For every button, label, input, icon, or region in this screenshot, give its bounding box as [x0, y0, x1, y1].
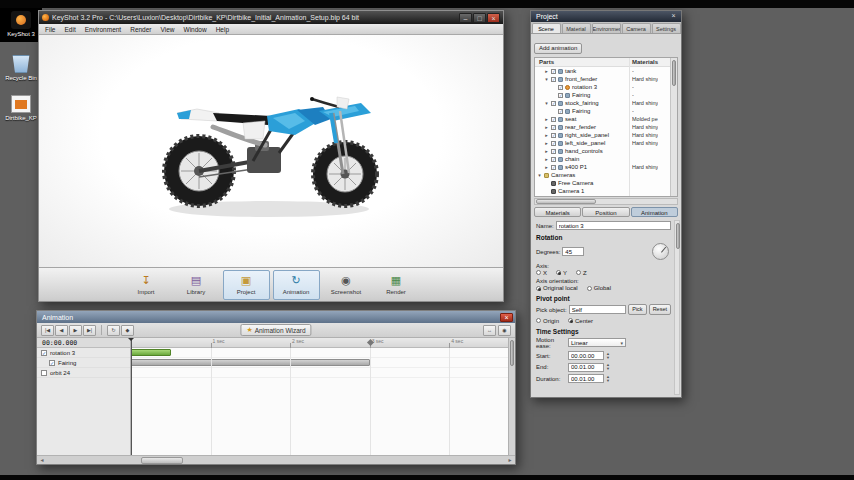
menu-render[interactable]: Render	[130, 24, 151, 35]
timeline-track-row[interactable]	[131, 348, 508, 358]
project-titlebar[interactable]: Project ×	[531, 11, 681, 22]
pivot-option-center[interactable]: Center	[568, 318, 593, 324]
viewport-3d[interactable]	[39, 35, 503, 267]
properties-scrollbar[interactable]	[674, 220, 680, 395]
tab-material[interactable]: Material	[562, 23, 591, 33]
duration-input[interactable]	[568, 374, 604, 383]
tree-row-chain[interactable]: ▸✓chain	[535, 155, 670, 163]
material-cell[interactable]: -	[632, 108, 634, 114]
spin-down-icon[interactable]: ▼	[606, 379, 610, 383]
go-to-end-button[interactable]: ▶|	[83, 325, 96, 336]
tab-camera[interactable]: Camera	[622, 23, 651, 33]
tab-environment[interactable]: Environment	[592, 23, 621, 33]
rotation-dial[interactable]	[652, 243, 669, 260]
expand-arrow-icon[interactable]: ▸	[544, 115, 549, 123]
visibility-checkbox[interactable]: ✓	[551, 133, 556, 138]
menu-file[interactable]: File	[45, 24, 55, 35]
end-time-stepper[interactable]: ▲ ▼	[606, 363, 610, 371]
expand-arrow-icon[interactable]: ▸	[544, 155, 549, 163]
material-cell[interactable]: -	[632, 68, 634, 74]
expand-arrow-icon[interactable]: ▸	[544, 123, 549, 131]
track-visibility-checkbox[interactable]: ✓	[49, 360, 55, 366]
material-cell[interactable]: Hard shiny	[632, 164, 658, 170]
visibility-checkbox[interactable]: ✓	[551, 149, 556, 154]
track-visibility-checkbox[interactable]: ✓	[41, 350, 47, 356]
animation-wizard-button[interactable]: ★ Animation Wizard	[240, 324, 311, 336]
scrollbar-handle[interactable]	[676, 223, 680, 249]
tab-settings[interactable]: Settings	[652, 23, 681, 33]
animation-close-button[interactable]: ×	[500, 313, 513, 322]
track-row-orbit-24[interactable]: orbit 24	[37, 368, 130, 378]
scrollbar-handle[interactable]	[141, 457, 183, 464]
screenshot-button[interactable]: ◉Screenshot	[323, 270, 370, 300]
scroll-right-icon[interactable]: ▸	[506, 456, 514, 464]
expand-arrow-icon[interactable]: ▸	[544, 131, 549, 139]
scroll-left-icon[interactable]: ◂	[38, 456, 46, 464]
minimize-button[interactable]: –	[459, 13, 472, 23]
tree-row-stock-fairing[interactable]: ▾✓stock_fairingHard shiny	[535, 99, 670, 107]
fit-timeline-button[interactable]: ↔	[483, 325, 496, 336]
track-row-rotation-3[interactable]: ✓rotation 3	[37, 348, 130, 358]
visibility-checkbox[interactable]: ✓	[551, 101, 556, 106]
motion-ease-select[interactable]: Linear ▾	[568, 338, 626, 347]
keyshot-titlebar[interactable]: KeyShot 3.2 Pro - C:\Users\Luxion\Deskto…	[39, 11, 503, 24]
tree-row-free-camera[interactable]: Free Camera	[535, 179, 670, 187]
timeline-track-row[interactable]	[131, 368, 508, 378]
end-time-input[interactable]	[568, 363, 604, 372]
orientation-option-global[interactable]: Global	[587, 285, 611, 291]
menu-view[interactable]: View	[161, 24, 175, 35]
project-button[interactable]: ▣Project	[223, 270, 270, 300]
track-row-fairing[interactable]: ✓Fairing	[37, 358, 130, 368]
subtab-animation[interactable]: Animation	[631, 207, 678, 217]
tree-row-hand-controls[interactable]: ▸✓hand_controls	[535, 147, 670, 155]
visibility-checkbox[interactable]: ✓	[551, 117, 556, 122]
animation-bar-fairing[interactable]	[131, 359, 370, 366]
material-cell[interactable]: Hard shiny	[632, 100, 658, 106]
orientation-option-original-local[interactable]: Original local	[536, 285, 578, 291]
tree-row-rotation-3[interactable]: ✓rotation 3-	[535, 83, 670, 91]
import-button[interactable]: ↧Import	[123, 270, 170, 300]
maximize-button[interactable]: □	[473, 13, 486, 23]
material-cell[interactable]: Hard shiny	[632, 140, 658, 146]
desktop-icon-recycle-bin[interactable]: Recycle Bin	[0, 55, 42, 82]
material-cell[interactable]: Molded pe	[632, 116, 658, 122]
render-button[interactable]: ▦Render	[373, 270, 420, 300]
axis-option-y[interactable]: Y	[556, 270, 567, 276]
timeline-area[interactable]: 1 sec2 sec3 sec4 sec	[131, 338, 508, 455]
scrollbar-track[interactable]	[47, 457, 505, 464]
spin-down-icon[interactable]: ▼	[606, 367, 610, 371]
desktop-icon-dirtbike-kp[interactable]: Dirtbike_KP	[0, 95, 42, 122]
tab-scene[interactable]: Scene	[532, 23, 561, 33]
project-close-button[interactable]: ×	[668, 12, 679, 21]
tree-row-cameras[interactable]: ▾Cameras	[535, 171, 670, 179]
subtab-materials[interactable]: Materials	[534, 207, 581, 217]
close-button[interactable]: ×	[487, 13, 500, 23]
visibility-checkbox[interactable]: ✓	[558, 93, 563, 98]
timeline-zoom-button[interactable]: ◉	[498, 325, 511, 336]
desktop-icon-keyshot-3[interactable]: KeyShot 3	[0, 8, 42, 42]
subtab-position[interactable]: Position	[582, 207, 629, 217]
timeline-ruler[interactable]: 1 sec2 sec3 sec4 sec	[131, 338, 508, 348]
tree-row-fairing[interactable]: ✓Fairing-	[535, 91, 670, 99]
animation-titlebar[interactable]: Animation ×	[37, 311, 515, 323]
previous-frame-button[interactable]: ◀	[55, 325, 68, 336]
tree-row-left-side-panel[interactable]: ▸✓left_side_panelHard shiny	[535, 139, 670, 147]
timeline-horizontal-scrollbar[interactable]: ◂ ▸	[37, 455, 515, 464]
visibility-checkbox[interactable]: ✓	[558, 109, 563, 114]
tree-row-camera-1[interactable]: Camera 1	[535, 187, 670, 195]
tree-row-right-side-panel[interactable]: ▸✓right_side_panelHard shiny	[535, 131, 670, 139]
visibility-checkbox[interactable]: ✓	[551, 69, 556, 74]
expand-arrow-icon[interactable]: ▸	[544, 139, 549, 147]
expand-arrow-icon[interactable]: ▸	[544, 147, 549, 155]
axis-option-x[interactable]: X	[536, 270, 547, 276]
scrollbar-handle[interactable]	[510, 340, 514, 366]
degrees-input[interactable]	[562, 247, 584, 256]
tree-row-front-fender[interactable]: ▾✓front_fenderHard shiny	[535, 75, 670, 83]
track-visibility-checkbox[interactable]	[41, 370, 47, 376]
add-keyframe-button[interactable]: ◆	[121, 325, 134, 336]
pick-button[interactable]: Pick	[628, 304, 646, 315]
visibility-checkbox[interactable]: ✓	[551, 125, 556, 130]
library-button[interactable]: ▤Library	[173, 270, 220, 300]
visibility-checkbox[interactable]: ✓	[551, 77, 556, 82]
start-time-input[interactable]	[568, 351, 604, 360]
